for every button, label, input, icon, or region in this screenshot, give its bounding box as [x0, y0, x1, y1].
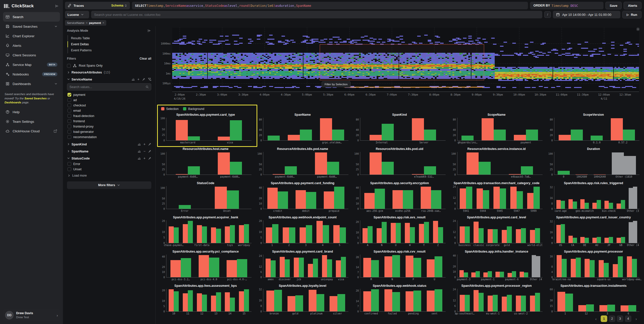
mini-chart[interactable]: SpanAttributes.app.payment.processor_reg…: [449, 284, 545, 315]
filter-group-spanname[interactable]: SpanName−: [67, 147, 151, 154]
sidebar-item-dashboards[interactable]: Dashboards: [3, 79, 60, 89]
filter-value-fraud-detection[interactable]: fraud-detection: [67, 113, 151, 118]
mini-chart[interactable]: SpanAttributes.app.risk.avs_result051020…: [351, 215, 447, 247]
mini-chart[interactable]: SpanKind0204080InternalServer: [351, 113, 447, 144]
sidebar-item-alerts[interactable]: Alerts: [3, 41, 60, 50]
checkbox[interactable]: [67, 135, 71, 139]
pin-icon[interactable]: [148, 143, 151, 146]
filter-chip[interactable]: ServiceName = payment ×: [65, 20, 106, 26]
gear-icon[interactable]: [636, 27, 640, 31]
page-button-3[interactable]: 3: [617, 315, 623, 322]
bar-chart-icon[interactable]: [131, 77, 135, 81]
mini-chart[interactable]: SpanAttributes.app.transaction.installme…: [546, 284, 641, 315]
filter-group-servicename[interactable]: ServiceName+: [67, 75, 151, 82]
mini-chart[interactable]: ScopeVersion02040800.1.00.57.2: [546, 113, 641, 144]
filter-group-resourceattributes[interactable]: ResourceAttributes{13}: [67, 68, 151, 75]
filter-value-payment[interactable]: payment: [67, 92, 151, 97]
pin-icon[interactable]: [142, 78, 145, 81]
pin-icon[interactable]: [148, 157, 151, 160]
bar-chart-icon[interactable]: [137, 156, 141, 160]
filter-value-load-generator[interactable]: load-generator: [67, 129, 151, 134]
sidebar-item-search[interactable]: Search: [3, 12, 60, 22]
analysis-mode-event-patterns[interactable]: Event Patterns: [67, 47, 151, 53]
checkbox[interactable]: [67, 109, 71, 112]
bar-chart-icon[interactable]: [137, 142, 141, 146]
mini-chart[interactable]: SpanAttributes.app.security.pci_complian…: [158, 250, 254, 281]
heatmap-plot[interactable]: Filter by Selection: [172, 28, 639, 92]
mini-chart[interactable]: SpanAttributes.app.payment.card_issuer_c…: [546, 215, 641, 247]
sidebar-collapse-icon[interactable]: [55, 4, 59, 8]
page-button-2[interactable]: 2: [609, 315, 615, 322]
bar-chart-icon[interactable]: [137, 149, 141, 153]
checkbox[interactable]: [67, 93, 71, 97]
checkbox[interactable]: [67, 114, 71, 118]
mini-chart[interactable]: ResourceAttributes.k8s.pod.uid02550100e7…: [351, 147, 447, 178]
sidebar-item-service-map[interactable]: Service MapBETA: [3, 60, 60, 69]
filter-by-selection-button[interactable]: Filter by Selection: [321, 81, 350, 87]
checkbox[interactable]: [67, 64, 71, 68]
prev-page-button[interactable]: ‹: [593, 315, 599, 322]
search-input[interactable]: Search your events w/ Lucene ex. column:…: [91, 11, 542, 18]
mini-chart[interactable]: SpanAttributes.app.payment.processor0481…: [546, 250, 641, 281]
sidebar-item-client-sessions[interactable]: Client Sessions: [3, 50, 60, 60]
user-card[interactable]: DD Drew Davis Drew Test ›: [3, 309, 60, 321]
root-spans-checkbox[interactable]: Root Spans Only: [67, 63, 151, 68]
mini-chart[interactable]: ResourceAttributes.host.name02550100paym…: [158, 147, 254, 178]
mini-chart[interactable]: SpanAttributes.app.fees.assessment_bps05…: [158, 284, 254, 315]
date-range-picker[interactable]: Apr 10 14:00:00 - Apr 11 01:00:00: [553, 11, 620, 18]
sidebar-item-team-settings[interactable]: Team Settings: [3, 117, 60, 126]
sidebar-item-clickhouse-cloud[interactable]: ClickHouse Cloud: [3, 126, 60, 136]
page-button-4[interactable]: 4: [625, 315, 631, 322]
mini-chart[interactable]: SpanAttributes.app.loyalty.level081632br…: [255, 284, 350, 315]
sidebar-item-help[interactable]: Help: [3, 107, 60, 117]
filter-group-statuscode[interactable]: StatusCode+: [67, 154, 151, 161]
source-select[interactable]: Traces Schema: [65, 2, 130, 9]
mini-chart[interactable]: SpanAttributes.app.payment.acquirer_bank…: [158, 215, 254, 247]
mini-chart[interactable]: SpanAttributes.app.webhook.endpoint_coun…: [255, 215, 350, 247]
mini-chart[interactable]: SpanAttributes.app.payment.card_type0255…: [158, 113, 254, 144]
checkbox[interactable]: [67, 167, 71, 171]
next-page-button[interactable]: ›: [633, 315, 639, 322]
panel-collapse-icon[interactable]: [147, 29, 151, 33]
sidebar-item-notebooks[interactable]: NotebooksPREVIEW: [3, 69, 60, 79]
remove-filter-icon[interactable]: −: [144, 149, 146, 153]
analysis-mode-results-table[interactable]: Results Table: [67, 35, 151, 41]
checkbox[interactable]: [67, 103, 71, 107]
mini-chart[interactable]: SpanAttributes.app.payment.card_brand061…: [255, 250, 350, 281]
filter-value-recommendation[interactable]: recommendation: [67, 134, 151, 140]
clear-all-button[interactable]: Clear all: [139, 57, 151, 60]
mini-chart[interactable]: SpanAttributes.app.payment.card_level061…: [449, 215, 545, 247]
alerts-button[interactable]: Alerts: [624, 2, 641, 9]
mini-chart[interactable]: SpanName0204080grpc.oteldem…: [255, 113, 350, 144]
checkbox[interactable]: [67, 98, 71, 102]
mini-chart[interactable]: ResourceAttributes.k8s.pod.name02550100p…: [255, 147, 350, 178]
mini-chart[interactable]: ResourceAttributes.service.instance.id02…: [449, 147, 545, 178]
language-select[interactable]: Lucene: [65, 11, 89, 18]
order-by-editor[interactable]: ORDER BY Timestamp DESC: [530, 2, 603, 9]
filter-value-email[interactable]: email: [67, 108, 151, 113]
filter-value-frontend[interactable]: frontend: [67, 118, 151, 124]
search-values-input[interactable]: Search values...: [67, 83, 151, 91]
sidebar-item-chart-explorer[interactable]: Chart Explorer: [3, 31, 60, 41]
dashboards-link[interactable]: Dashboards: [5, 101, 21, 104]
pin-icon[interactable]: [148, 150, 151, 153]
saved-searches-link[interactable]: Saved Searches: [24, 97, 47, 100]
add-filter-icon[interactable]: +: [144, 142, 146, 146]
filter-value-Error[interactable]: Error: [67, 161, 151, 167]
filter-value-checkout[interactable]: checkout: [67, 103, 151, 108]
heatmap-selection-box[interactable]: [320, 44, 484, 80]
schema-button[interactable]: Schema: [111, 4, 127, 7]
close-icon[interactable]: ×: [102, 21, 104, 25]
page-button-1[interactable]: 1: [601, 315, 607, 322]
mini-chart[interactable]: Duration025501000100268010042640Other (1…: [546, 147, 641, 178]
save-button[interactable]: Save: [605, 2, 622, 9]
more-filters-button[interactable]: More filters: [67, 181, 151, 189]
mini-chart[interactable]: SpanAttributes.app.payment.card_funding0…: [255, 181, 350, 212]
load-more-button[interactable]: Load more: [67, 172, 151, 178]
checkbox[interactable]: [67, 130, 71, 134]
mini-chart[interactable]: StatusCode02550100ErrorUnset: [158, 181, 254, 212]
analysis-mode-event-deltas[interactable]: Event Deltas: [67, 41, 151, 47]
mini-chart[interactable]: ScopeName0204080@hyperdx/ins…payment: [449, 113, 545, 144]
add-filter-icon[interactable]: +: [137, 77, 139, 81]
checkbox[interactable]: [67, 125, 71, 128]
